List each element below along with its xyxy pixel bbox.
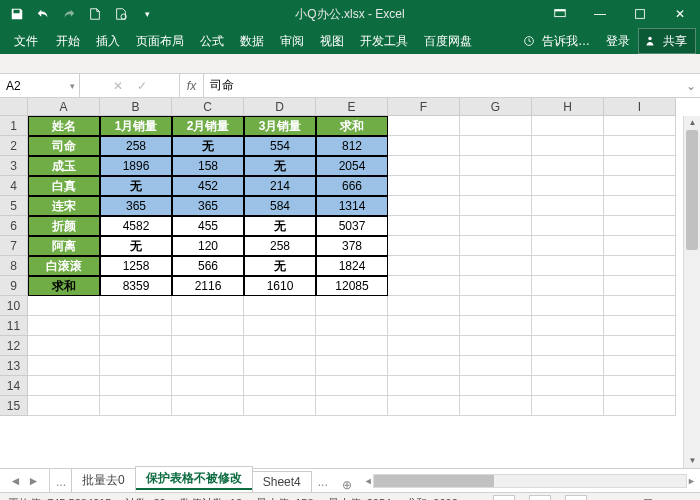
cell[interactable] <box>532 276 604 296</box>
row-header[interactable]: 14 <box>0 376 28 396</box>
signin[interactable]: 登录 <box>602 28 634 54</box>
cell[interactable] <box>532 156 604 176</box>
cell[interactable] <box>532 216 604 236</box>
cell[interactable] <box>460 216 532 236</box>
spreadsheet-grid[interactable]: ABCDEFGHI 123456789101112131415 姓名1月销量2月… <box>0 98 700 468</box>
cell[interactable]: 无 <box>100 176 172 196</box>
cell[interactable]: 812 <box>316 136 388 156</box>
cell[interactable] <box>388 176 460 196</box>
vertical-scrollbar[interactable]: ▲ ▼ <box>683 116 700 468</box>
share-button[interactable]: 共享 <box>638 28 696 54</box>
column-header[interactable]: H <box>532 98 604 116</box>
sheet-tab[interactable]: 批量去0 <box>71 468 136 492</box>
cell[interactable]: 折颜 <box>28 216 100 236</box>
horizontal-scrollbar[interactable]: ◄ ► <box>360 469 700 492</box>
cell[interactable] <box>388 276 460 296</box>
cell[interactable] <box>604 356 676 376</box>
cell[interactable] <box>532 356 604 376</box>
cell[interactable] <box>604 136 676 156</box>
cell[interactable] <box>460 356 532 376</box>
cell[interactable] <box>28 396 100 416</box>
tab-data[interactable]: 数据 <box>232 28 272 54</box>
cell[interactable]: 365 <box>100 196 172 216</box>
cell[interactable]: 12085 <box>316 276 388 296</box>
print-preview-icon[interactable] <box>110 3 132 25</box>
normal-view-icon[interactable] <box>493 495 515 501</box>
page-break-view-icon[interactable] <box>565 495 587 501</box>
cell[interactable] <box>460 336 532 356</box>
cell[interactable] <box>388 336 460 356</box>
cell[interactable]: 365 <box>172 196 244 216</box>
cell[interactable] <box>604 376 676 396</box>
cell[interactable] <box>604 396 676 416</box>
cell[interactable]: 无 <box>100 236 172 256</box>
hscroll-thumb[interactable] <box>374 475 494 487</box>
cell[interactable] <box>604 196 676 216</box>
tell-me[interactable]: 告诉我… <box>518 28 598 54</box>
cell[interactable] <box>388 376 460 396</box>
cell[interactable] <box>460 176 532 196</box>
cell[interactable] <box>28 376 100 396</box>
cell[interactable]: 2116 <box>172 276 244 296</box>
cell[interactable]: 158 <box>172 156 244 176</box>
name-box[interactable]: A2 <box>0 74 80 97</box>
row-header[interactable]: 2 <box>0 136 28 156</box>
cell[interactable]: 452 <box>172 176 244 196</box>
row-header[interactable]: 4 <box>0 176 28 196</box>
cell[interactable] <box>532 176 604 196</box>
cell[interactable]: 1610 <box>244 276 316 296</box>
tab-formulas[interactable]: 公式 <box>192 28 232 54</box>
cell[interactable] <box>460 136 532 156</box>
cell[interactable] <box>388 156 460 176</box>
tab-developer[interactable]: 开发工具 <box>352 28 416 54</box>
maximize-icon[interactable] <box>620 0 660 28</box>
cell[interactable]: 求和 <box>28 276 100 296</box>
cell[interactable]: 白滚滚 <box>28 256 100 276</box>
cell[interactable] <box>460 156 532 176</box>
cell[interactable]: 566 <box>172 256 244 276</box>
cell[interactable] <box>388 316 460 336</box>
cell[interactable] <box>532 116 604 136</box>
column-header[interactable]: C <box>172 98 244 116</box>
row-header[interactable]: 6 <box>0 216 28 236</box>
cell[interactable] <box>316 316 388 336</box>
row-headers[interactable]: 123456789101112131415 <box>0 116 28 416</box>
cell[interactable] <box>604 336 676 356</box>
column-header[interactable]: A <box>28 98 100 116</box>
cell[interactable] <box>532 236 604 256</box>
scroll-thumb[interactable] <box>686 130 698 250</box>
cell[interactable] <box>388 256 460 276</box>
cell[interactable] <box>460 296 532 316</box>
cell[interactable]: 无 <box>244 216 316 236</box>
cell[interactable]: 无 <box>244 256 316 276</box>
cell[interactable] <box>388 196 460 216</box>
cell[interactable] <box>604 156 676 176</box>
cell[interactable] <box>172 296 244 316</box>
cell[interactable] <box>316 376 388 396</box>
cell[interactable]: 258 <box>244 236 316 256</box>
cell[interactable] <box>532 396 604 416</box>
cell[interactable]: 白真 <box>28 176 100 196</box>
minimize-icon[interactable]: — <box>580 0 620 28</box>
row-header[interactable]: 1 <box>0 116 28 136</box>
cell[interactable] <box>460 396 532 416</box>
cell[interactable] <box>532 196 604 216</box>
row-header[interactable]: 12 <box>0 336 28 356</box>
cell[interactable] <box>100 316 172 336</box>
row-header[interactable]: 15 <box>0 396 28 416</box>
new-icon[interactable] <box>84 3 106 25</box>
cell[interactable] <box>100 356 172 376</box>
row-header[interactable]: 8 <box>0 256 28 276</box>
column-header[interactable]: E <box>316 98 388 116</box>
cell[interactable] <box>388 116 460 136</box>
cell[interactable] <box>316 336 388 356</box>
cell[interactable]: 214 <box>244 176 316 196</box>
tab-layout[interactable]: 页面布局 <box>128 28 192 54</box>
cell[interactable] <box>388 136 460 156</box>
cell[interactable] <box>460 276 532 296</box>
sheet-tab[interactable]: 保护表格不被修改 <box>135 466 253 492</box>
cell[interactable]: 2月销量 <box>172 116 244 136</box>
cell[interactable]: 1月销量 <box>100 116 172 136</box>
tab-insert[interactable]: 插入 <box>88 28 128 54</box>
cell[interactable] <box>172 396 244 416</box>
